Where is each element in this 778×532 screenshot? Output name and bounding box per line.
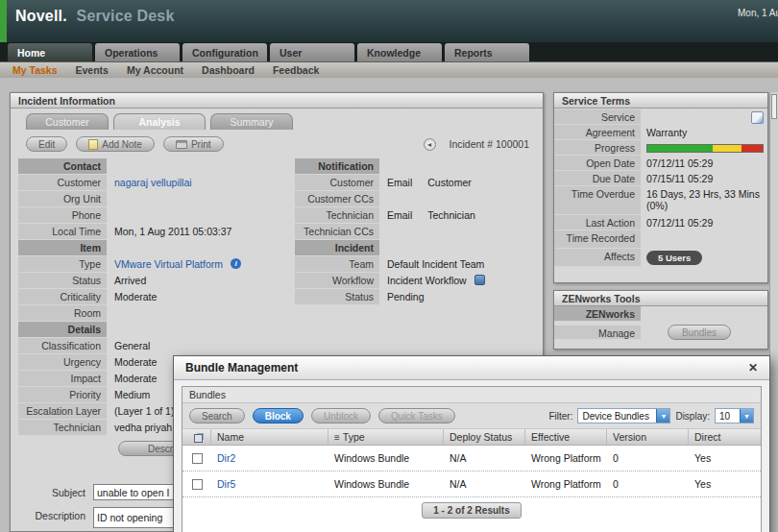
direct-column-header[interactable]: Direct — [689, 429, 761, 445]
note-icon — [88, 139, 98, 150]
field-label: Urgency — [18, 354, 107, 371]
bundle-action-button[interactable]: Unblock — [311, 408, 371, 423]
subnav-item[interactable]: Feedback — [273, 64, 319, 76]
field-value-text[interactable]: nagaraj vellupillai — [114, 177, 192, 188]
version-column-header[interactable]: Version — [607, 429, 689, 445]
field-label: Agreement — [554, 125, 641, 140]
bundles-section-title: Bundles — [182, 387, 761, 403]
field-label: Item — [18, 240, 107, 256]
field-value-text[interactable]: VMware Virtual Platform — [114, 258, 223, 270]
field-row: Notification — [295, 158, 537, 175]
field-label: Last Action — [554, 215, 641, 230]
field-label: Impact — [18, 371, 107, 387]
bundle-name-link[interactable]: Dir5 — [217, 478, 235, 490]
zenworks-tools-panel: ZENworks Tools ZENworks Manage Bundles — [553, 290, 768, 350]
field-row: Workflow Incident Workflow — [295, 273, 537, 289]
type-column-header[interactable]: Type — [328, 429, 444, 445]
field-value — [379, 191, 537, 207]
bundle-type-cell: Windows Bundle — [328, 452, 444, 464]
field-label: Type — [18, 256, 107, 273]
back-arrow-icon[interactable]: ◄ — [424, 138, 436, 151]
row-checkbox[interactable] — [192, 453, 203, 464]
field-row: Status Arrived i — [18, 273, 295, 289]
bundles-table: Name Type Deploy Status Effective Versio… — [182, 429, 761, 522]
field-value: 16 Days, 23 Hrs, 33 Mins (0%) — [641, 186, 767, 215]
chevron-down-icon[interactable] — [656, 409, 669, 423]
workflow-icon[interactable] — [474, 275, 485, 285]
bundle-column-header — [182, 429, 211, 445]
print-button[interactable]: Print — [163, 136, 224, 152]
progress-segment — [742, 145, 763, 152]
nav-tab[interactable]: Home — [8, 43, 92, 61]
field-value — [641, 140, 767, 156]
filter-zone: Filter: Device Bundles Display: 10 — [548, 408, 754, 423]
table-row: Dir5 Windows Bundle N/A Wrong Platform 0… — [182, 472, 761, 497]
bundles-panel: Bundles Search Block Unblock Quick Tasks… — [182, 386, 762, 532]
nav-tab[interactable]: Operations — [95, 43, 180, 61]
time-overdue-row: Time Overdue 16 Days, 23 Hrs, 33 Mins (0… — [554, 186, 767, 215]
field-value-text: Arrived — [114, 275, 146, 286]
field-label: Details — [18, 322, 107, 338]
filter-select[interactable]: Device Bundles — [577, 408, 670, 423]
bundle-action-button[interactable]: Block — [253, 408, 304, 423]
subnav-item[interactable]: My Account — [127, 64, 183, 76]
affects-badge: 5 Users — [646, 251, 702, 265]
vertical-scrollbar[interactable] — [769, 92, 778, 532]
display-select[interactable]: 10 — [715, 408, 754, 423]
field-label: Escalation Layer — [18, 403, 107, 420]
service-row: Service — [554, 109, 767, 125]
scrollbar-thumb[interactable] — [771, 94, 777, 119]
bundle-action-button[interactable]: Search — [189, 408, 245, 423]
field-value: Email Technician — [379, 207, 537, 224]
field-value-text: Email — [387, 209, 412, 221]
field-row: Room i — [18, 305, 295, 322]
effective-column-header[interactable]: Effective — [525, 429, 607, 445]
field-value-text: (Layer 1 of 1) — [114, 405, 174, 417]
name-column-header[interactable]: Name — [211, 429, 328, 445]
affects-row: Affects 5 Users — [554, 249, 767, 267]
info-icon[interactable]: i — [231, 258, 241, 269]
field-row: Details i — [18, 322, 295, 338]
edit-button[interactable]: Edit — [26, 136, 67, 152]
printer-icon — [176, 140, 187, 149]
subnav-item[interactable]: Dashboard — [202, 64, 255, 76]
nav-tab[interactable]: Knowledge — [357, 43, 442, 61]
field-value: 07/12/11 05:29 — [641, 156, 767, 171]
row-checkbox[interactable] — [192, 479, 203, 490]
add-note-button[interactable]: Add Note — [76, 136, 155, 152]
close-icon[interactable]: ✕ — [748, 361, 758, 375]
field-label: Incident — [295, 240, 379, 256]
subnav-item[interactable]: My Tasks — [12, 64, 58, 76]
subnav-item[interactable]: Events — [76, 64, 109, 76]
filter-label: Filter: — [548, 411, 572, 422]
sub-nav: My Tasks Events My Account Dashboard Fee… — [0, 61, 778, 78]
bundle-name-link[interactable]: Dir2 — [217, 452, 235, 464]
bundle-action-button[interactable]: Quick Tasks — [378, 408, 455, 423]
direct-cell: Yes — [689, 478, 761, 490]
field-row: Classification General i — [18, 338, 295, 354]
bundles-button[interactable]: Bundles — [668, 325, 731, 340]
brand: Novell. Service Desk — [15, 8, 175, 25]
table-body: Dir2 Windows Bundle N/A Wrong Platform 0… — [182, 446, 761, 497]
deploy-status-column-header[interactable]: Deploy Status — [444, 429, 525, 445]
nav-tab[interactable]: Configuration — [182, 43, 267, 61]
product-name: Service Desk — [77, 8, 175, 24]
version-cell: 0 — [607, 478, 689, 490]
field-value — [379, 240, 537, 256]
incident-tab[interactable]: Summary — [210, 113, 293, 130]
chevron-down-icon[interactable] — [740, 409, 753, 423]
field-value-text: Medium — [114, 389, 150, 400]
incident-tab[interactable]: Customer — [26, 113, 109, 130]
field-label: Local Time — [18, 224, 107, 240]
incident-number: Incident # 100001 — [450, 138, 530, 150]
table-footer: 1 - 2 of 2 Results — [182, 497, 761, 522]
bundle-type-cell: Windows Bundle — [328, 478, 444, 490]
field-label: Team — [295, 256, 379, 273]
field-label: Technician CCs — [295, 224, 379, 240]
direct-cell: Yes — [689, 452, 761, 464]
service-icon[interactable] — [751, 111, 764, 124]
nav-tab[interactable]: Reports — [445, 43, 529, 61]
nav-tab[interactable]: User — [270, 43, 354, 61]
nav-tab-label: Operations — [105, 47, 158, 59]
incident-tab[interactable]: Analysis — [113, 113, 206, 130]
